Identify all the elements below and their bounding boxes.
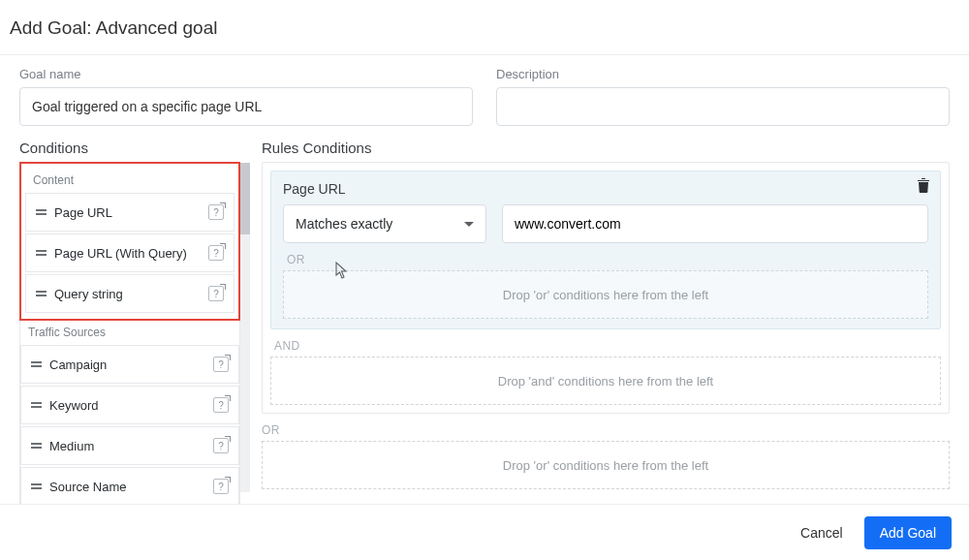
and-drop-zone[interactable]: Drop 'and' conditions here from the left xyxy=(270,357,941,405)
help-icon[interactable]: ? xyxy=(213,438,229,453)
operator-value: Matches exactly xyxy=(296,216,392,232)
add-goal-button[interactable]: Add Goal xyxy=(864,516,952,549)
group-traffic-label: Traffic Sources xyxy=(20,320,239,345)
condition-campaign[interactable]: Campaign ? xyxy=(20,345,239,384)
condition-label: Keyword xyxy=(49,398,99,413)
description-label: Description xyxy=(496,67,950,81)
rules-heading: Rules Conditions xyxy=(262,140,950,156)
and-logic-label: AND xyxy=(274,339,941,353)
drag-handle-icon[interactable] xyxy=(31,483,42,488)
operator-select[interactable]: Matches exactly xyxy=(283,204,486,243)
drag-handle-icon[interactable] xyxy=(31,443,42,448)
drag-handle-icon[interactable] xyxy=(31,402,42,407)
goal-name-input[interactable] xyxy=(19,87,473,126)
condition-label: Page URL xyxy=(54,205,112,220)
condition-query-string[interactable]: Query string ? xyxy=(25,274,234,313)
description-input[interactable] xyxy=(496,87,950,126)
drag-handle-icon[interactable] xyxy=(36,291,47,296)
help-icon[interactable]: ? xyxy=(213,479,229,494)
help-icon[interactable]: ? xyxy=(213,397,229,413)
drag-handle-icon[interactable] xyxy=(31,361,42,366)
condition-medium[interactable]: Medium ? xyxy=(20,426,239,465)
or-logic-label: OR xyxy=(287,253,928,266)
page-title: Add Goal: Advanced goal xyxy=(0,0,969,55)
goal-name-label: Goal name xyxy=(19,67,473,81)
content-group-highlight: Content Page URL ? Page URL (With Query)… xyxy=(19,162,240,321)
condition-label: Page URL (With Query) xyxy=(54,246,187,261)
rule-title: Page URL xyxy=(283,181,928,197)
outer-or-logic-label: OR xyxy=(262,423,950,437)
condition-label: Campaign xyxy=(49,358,107,372)
chevron-down-icon xyxy=(464,222,474,227)
help-icon[interactable]: ? xyxy=(213,357,229,372)
outer-or-drop-zone[interactable]: Drop 'or' conditions here from the left xyxy=(262,441,950,489)
cancel-button[interactable]: Cancel xyxy=(795,517,849,548)
delete-rule-icon[interactable] xyxy=(917,177,930,196)
group-content-label: Content xyxy=(25,168,234,193)
help-icon[interactable]: ? xyxy=(208,204,224,220)
scroll-thumb[interactable] xyxy=(240,163,250,234)
condition-label: Query string xyxy=(54,287,123,301)
help-icon[interactable]: ? xyxy=(208,245,224,261)
conditions-heading: Conditions xyxy=(19,140,240,156)
drag-handle-icon[interactable] xyxy=(36,209,47,214)
condition-source-name[interactable]: Source Name ? xyxy=(20,467,239,506)
condition-label: Source Name xyxy=(49,480,126,494)
condition-keyword[interactable]: Keyword ? xyxy=(20,386,239,424)
condition-page-url[interactable]: Page URL ? xyxy=(25,193,234,232)
rule-value-input[interactable] xyxy=(502,204,928,243)
condition-page-url-with-query[interactable]: Page URL (With Query) ? xyxy=(25,233,234,272)
drag-handle-icon[interactable] xyxy=(36,250,47,255)
help-icon[interactable]: ? xyxy=(208,286,224,301)
rule-card-page-url: Page URL Matches exactly OR Drop 'or' co… xyxy=(270,171,941,329)
condition-label: Medium xyxy=(49,439,94,453)
or-drop-zone[interactable]: Drop 'or' conditions here from the left xyxy=(283,270,928,319)
scrollbar[interactable] xyxy=(240,163,250,492)
